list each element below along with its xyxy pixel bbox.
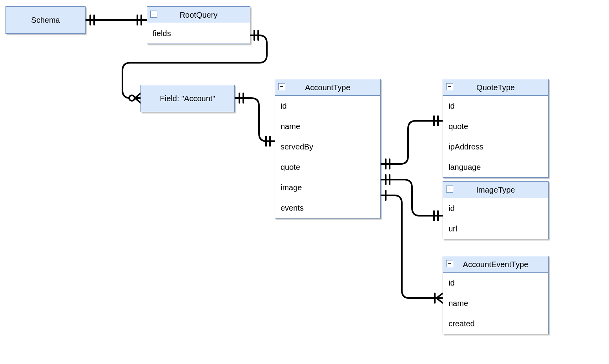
node-imagetype-title: ImageType <box>476 186 515 194</box>
edge-accounttype-imagetype <box>381 175 443 220</box>
edge-accounttype-accounteventtype <box>381 191 443 303</box>
node-imagetype-body: id url <box>443 198 548 239</box>
node-quotetype-header: − QuoteType <box>443 79 548 96</box>
collapse-icon[interactable]: − <box>278 83 285 90</box>
edge-fieldaccount-accounttype <box>235 93 275 146</box>
field-row: ipAddress <box>443 136 548 157</box>
field-row: id <box>443 96 548 116</box>
node-accounttype-title: AccountType <box>305 83 350 92</box>
field-row: events <box>275 198 380 218</box>
node-accounttype-body: id name servedBy quote image events <box>275 96 380 218</box>
field-row: name <box>275 116 380 136</box>
node-rootquery[interactable]: − RootQuery fields <box>147 6 250 44</box>
field-row: image <box>275 177 380 198</box>
edge-accounttype-quotetype <box>381 116 443 169</box>
field-row: id <box>275 96 380 116</box>
node-schema[interactable]: Schema <box>5 6 86 34</box>
node-imagetype[interactable]: − ImageType id url <box>443 181 549 239</box>
collapse-icon[interactable]: − <box>150 11 157 18</box>
node-quotetype-title: QuoteType <box>476 83 515 92</box>
field-row: fields <box>147 23 250 44</box>
svg-point-0 <box>129 95 135 101</box>
node-accounteventtype-header: − AccountEventType <box>443 256 548 273</box>
collapse-icon[interactable]: − <box>446 186 453 193</box>
node-accounttype[interactable]: − AccountType id name servedBy quote ima… <box>275 79 381 218</box>
field-row: language <box>443 157 548 177</box>
field-row: servedBy <box>275 136 380 157</box>
node-schema-title: Schema <box>6 16 85 25</box>
field-row: created <box>443 313 548 334</box>
node-rootquery-header: − RootQuery <box>147 7 250 23</box>
node-accounteventtype-title: AccountEventType <box>463 260 529 269</box>
node-rootquery-title: RootQuery <box>180 11 218 19</box>
node-quotetype[interactable]: − QuoteType id quote ipAddress language <box>443 79 549 178</box>
collapse-icon[interactable]: − <box>446 260 453 267</box>
field-row: url <box>443 218 548 239</box>
field-row: name <box>443 293 548 313</box>
node-accounteventtype[interactable]: − AccountEventType id name created <box>443 256 549 334</box>
node-field-account[interactable]: Field: "Account" <box>140 85 235 112</box>
node-field-account-title: Field: "Account" <box>141 94 234 103</box>
field-row: id <box>443 273 548 293</box>
diagram-canvas: Schema − RootQuery fields Field: "Accoun… <box>0 0 609 364</box>
node-imagetype-header: − ImageType <box>443 182 548 198</box>
field-row: id <box>443 198 548 218</box>
node-accounttype-header: − AccountType <box>275 79 380 96</box>
edge-schema-rootquery <box>86 15 146 25</box>
field-row: quote <box>443 116 548 136</box>
field-row: quote <box>275 157 380 177</box>
node-quotetype-body: id quote ipAddress language <box>443 96 548 177</box>
collapse-icon[interactable]: − <box>446 83 453 90</box>
node-accounteventtype-body: id name created <box>443 273 548 334</box>
node-rootquery-body: fields <box>147 23 250 44</box>
